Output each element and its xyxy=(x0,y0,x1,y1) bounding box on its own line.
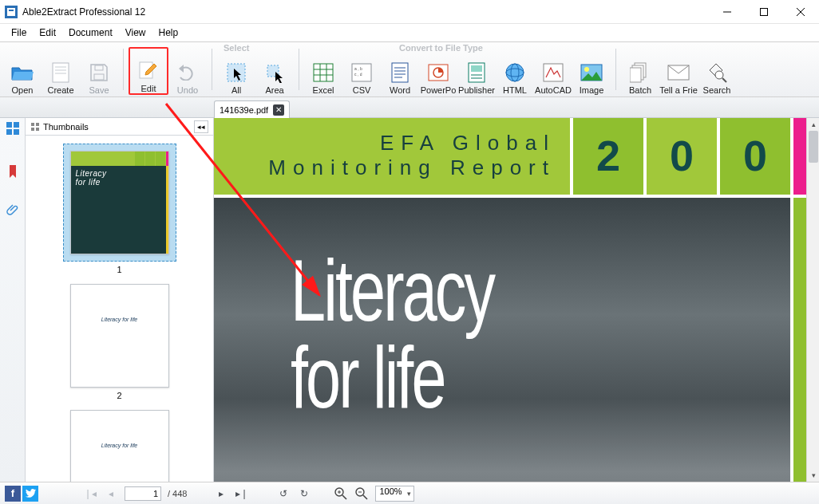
scroll-thumb[interactable] xyxy=(809,131,818,163)
vertical-scrollbar[interactable]: ▴ ▾ xyxy=(806,118,819,482)
page-number-input[interactable] xyxy=(125,486,161,501)
menu-edit[interactable]: Edit xyxy=(33,26,62,40)
scroll-down-button[interactable]: ▾ xyxy=(807,469,819,482)
open-button[interactable]: Open xyxy=(3,49,42,95)
rotate-cw-button[interactable]: ↻ xyxy=(297,486,311,501)
facebook-share-button[interactable]: f xyxy=(5,486,21,502)
doc-title-line1: Literacy xyxy=(291,239,493,341)
select-area-button[interactable]: Area xyxy=(255,49,294,95)
svg-rect-1 xyxy=(7,8,15,16)
svg-rect-54 xyxy=(36,128,39,131)
svg-text:a , b: a , b xyxy=(354,66,362,71)
twitter-share-button[interactable] xyxy=(22,486,38,502)
bookmark-icon[interactable] xyxy=(6,164,20,179)
document-tab[interactable]: 141639e.pdf ✕ xyxy=(214,100,290,118)
first-page-button[interactable]: ❘◂ xyxy=(83,486,97,501)
page-total: / 448 xyxy=(168,489,187,498)
accent-bar xyxy=(793,118,806,195)
svg-rect-16 xyxy=(314,64,333,81)
edit-button[interactable]: Edit xyxy=(129,47,168,95)
title-bar: Able2Extract Professional 12 xyxy=(0,0,819,24)
thumbnails-icon xyxy=(30,122,40,132)
svg-rect-32 xyxy=(471,65,482,72)
batch-button[interactable]: Batch xyxy=(621,49,659,95)
maximize-button[interactable] xyxy=(746,0,782,24)
thumbnails-list[interactable]: Literacyfor life 1 Literacy for life 2 L… xyxy=(26,136,213,482)
search-button[interactable]: Search xyxy=(698,49,736,95)
svg-rect-43 xyxy=(630,68,641,82)
section-label-convert: Convert to File Type xyxy=(399,43,483,53)
convert-excel-button[interactable]: Excel xyxy=(304,49,342,95)
svg-rect-7 xyxy=(53,63,69,82)
svg-point-35 xyxy=(506,64,524,81)
status-bar: f ❘◂ ◂ / 448 ▸ ▸❘ ↺ ↻ 100% xyxy=(0,482,819,504)
toolbar-separator xyxy=(299,49,299,90)
year-digit-1: 2 xyxy=(573,118,643,195)
svg-rect-24 xyxy=(392,63,408,82)
svg-rect-50 xyxy=(14,129,19,135)
zoom-in-button[interactable] xyxy=(334,486,348,501)
zoom-level-select[interactable]: 100% xyxy=(375,486,413,502)
svg-rect-2 xyxy=(9,10,14,11)
svg-rect-51 xyxy=(31,123,34,126)
svg-point-40 xyxy=(584,67,589,72)
thumbnail-page-number: 1 xyxy=(117,265,121,274)
minimize-button[interactable] xyxy=(709,0,746,24)
svg-rect-49 xyxy=(6,129,12,135)
menu-bar: File Edit Document View Help xyxy=(0,24,819,41)
zoom-out-button[interactable] xyxy=(354,486,369,501)
svg-rect-48 xyxy=(14,122,19,128)
rotate-ccw-button[interactable]: ↺ xyxy=(276,486,291,501)
toolbar-separator xyxy=(615,49,616,90)
tell-friend-button[interactable]: Tell a Frie xyxy=(659,49,698,95)
svg-rect-47 xyxy=(6,122,12,128)
prev-page-button[interactable]: ◂ xyxy=(104,486,118,501)
convert-html-button[interactable]: HTML xyxy=(496,49,534,95)
select-all-button[interactable]: All xyxy=(217,49,255,95)
doc-title-line2: for life xyxy=(291,326,493,427)
year-digit-3: 0 xyxy=(720,118,790,195)
scroll-up-button[interactable]: ▴ xyxy=(807,118,819,131)
left-rail xyxy=(0,118,26,482)
close-button[interactable] xyxy=(782,0,819,24)
menu-file[interactable]: File xyxy=(5,26,33,40)
app-icon xyxy=(5,6,18,18)
main-toolbar: Select Convert to File Type Open Create … xyxy=(0,41,819,97)
thumbnails-panel: Thumbnails ◂◂ Literacyfor life 1 Literac… xyxy=(26,118,214,482)
view-grid-icon[interactable] xyxy=(6,121,20,136)
window-title: Able2Extract Professional 12 xyxy=(22,6,709,18)
convert-publisher-button[interactable]: Publisher xyxy=(457,49,496,95)
svg-point-45 xyxy=(715,71,723,79)
menu-help[interactable]: Help xyxy=(152,26,185,40)
next-page-button[interactable]: ▸ xyxy=(214,486,228,501)
convert-powerpoint-button[interactable]: PowerPo xyxy=(419,49,457,95)
thumbnail-page-number: 2 xyxy=(117,391,121,400)
close-tab-button[interactable]: ✕ xyxy=(273,104,284,116)
document-viewer[interactable]: EFA Global Monitoring Report 2 0 0 Liter… xyxy=(214,118,819,482)
thumbnails-header: Thumbnails ◂◂ xyxy=(26,118,213,136)
page-content: EFA Global Monitoring Report 2 0 0 Liter… xyxy=(214,118,806,482)
save-button: Save xyxy=(80,49,118,95)
convert-csv-button[interactable]: a , bc , dCSV xyxy=(342,49,381,95)
thumbnail-page-3[interactable]: Literacy for life xyxy=(26,410,213,482)
section-label-select: Select xyxy=(224,43,249,53)
convert-word-button[interactable]: Word xyxy=(381,49,419,95)
menu-view[interactable]: View xyxy=(119,26,152,40)
convert-image-button[interactable]: Image xyxy=(572,49,611,95)
thumbnail-page-2[interactable]: Literacy for life 2 xyxy=(26,284,213,400)
undo-button: Undo xyxy=(168,49,207,95)
attachment-icon[interactable] xyxy=(6,203,20,217)
svg-line-46 xyxy=(722,78,726,82)
doc-header-line1: EFA Global xyxy=(380,131,556,156)
convert-autocad-button[interactable]: AutoCAD xyxy=(534,49,572,95)
create-button[interactable]: Create xyxy=(42,49,80,95)
menu-document[interactable]: Document xyxy=(62,26,119,40)
last-page-button[interactable]: ▸❘ xyxy=(235,486,249,501)
document-tab-label: 141639e.pdf xyxy=(220,105,268,115)
svg-rect-52 xyxy=(36,123,39,126)
thumbnail-page-1[interactable]: Literacyfor life 1 xyxy=(26,144,213,274)
svg-line-60 xyxy=(363,495,367,499)
collapse-panel-button[interactable]: ◂◂ xyxy=(194,120,208,133)
toolbar-separator xyxy=(212,49,212,90)
svg-rect-11 xyxy=(94,74,104,80)
